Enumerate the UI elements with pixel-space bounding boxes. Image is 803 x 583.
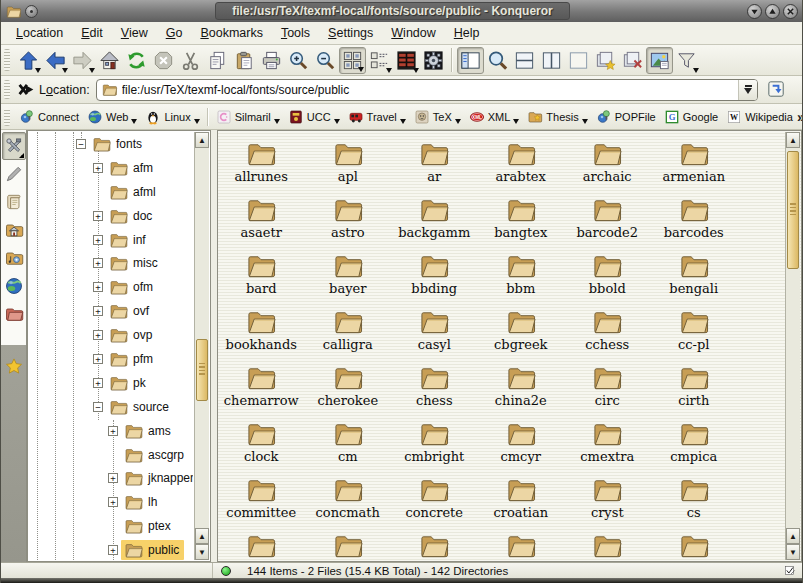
- pk[interactable]: pk: [29, 371, 193, 395]
- folder-item[interactable]: cirth: [651, 363, 738, 419]
- location-input[interactable]: [118, 83, 738, 97]
- up-button[interactable]: [15, 47, 42, 74]
- preview-button[interactable]: [646, 47, 673, 74]
- clear-location-button[interactable]: [15, 79, 37, 101]
- scroll-up-button[interactable]: ▲: [786, 528, 800, 544]
- folder-item[interactable]: cchess: [564, 307, 651, 363]
- tree-expander[interactable]: [108, 521, 118, 531]
- folder-item[interactable]: bangtex: [478, 195, 565, 251]
- public[interactable]: public: [29, 538, 193, 560]
- tree-expander[interactable]: [76, 139, 86, 149]
- folder-item[interactable]: ar: [391, 139, 478, 195]
- pfm[interactable]: pfm: [29, 347, 193, 371]
- tree-expander[interactable]: [93, 306, 103, 316]
- location-combobox[interactable]: [96, 79, 758, 101]
- folder-item[interactable]: [564, 531, 651, 561]
- sidebar-services-tab[interactable]: [2, 244, 26, 272]
- main-scrollbar[interactable]: ▲ ▲ ▼: [785, 132, 800, 560]
- web[interactable]: Web: [83, 107, 141, 127]
- ovp[interactable]: ovp: [29, 323, 193, 347]
- tree-expander[interactable]: [93, 378, 103, 388]
- find-button[interactable]: [484, 47, 511, 74]
- google[interactable]: Google: [660, 107, 722, 127]
- ascgrp[interactable]: ascgrp: [29, 443, 193, 467]
- sidebar-history-tab[interactable]: [2, 188, 26, 216]
- folder-item[interactable]: [391, 531, 478, 561]
- toolbar-handle[interactable]: [4, 49, 10, 71]
- scroll-up-button[interactable]: ▲: [786, 132, 800, 148]
- go-button[interactable]: [764, 78, 788, 102]
- folder-item[interactable]: cmextra: [564, 419, 651, 475]
- folder-item[interactable]: [305, 531, 392, 561]
- folder-item[interactable]: bayer: [305, 251, 392, 307]
- folder-item[interactable]: cherokee: [305, 363, 392, 419]
- folder-item[interactable]: bbding: [391, 251, 478, 307]
- sidebar-root-tab[interactable]: [2, 300, 26, 328]
- tree-scrollbar[interactable]: ▲ ▲ ▼: [194, 132, 209, 560]
- folder-item[interactable]: armenian: [651, 139, 738, 195]
- connect[interactable]: Connect: [15, 107, 83, 127]
- tex[interactable]: TeX: [410, 107, 465, 127]
- maximize-button[interactable]: [765, 4, 780, 19]
- tree-expander[interactable]: [93, 187, 103, 197]
- misc[interactable]: misc: [29, 251, 193, 275]
- folder-item[interactable]: cm: [305, 419, 392, 475]
- folder-item[interactable]: cc-pl: [651, 307, 738, 363]
- folder-item[interactable]: barcodes: [651, 195, 738, 251]
- folder-item[interactable]: [478, 531, 565, 561]
- window[interactable]: Window: [382, 23, 444, 43]
- folder-item[interactable]: calligra: [305, 307, 392, 363]
- travel[interactable]: Travel: [344, 107, 410, 127]
- sidebar-star-tab[interactable]: [2, 352, 26, 380]
- home-button[interactable]: [96, 47, 123, 74]
- folder-item[interactable]: chemarrow: [218, 363, 305, 419]
- toolbar-handle[interactable]: [4, 80, 10, 99]
- folder-item[interactable]: cmbright: [391, 419, 478, 475]
- icon-view-button[interactable]: [339, 47, 366, 74]
- fonts[interactable]: fonts: [29, 132, 193, 156]
- edit[interactable]: Edit: [72, 23, 112, 43]
- folder-item[interactable]: chess: [391, 363, 478, 419]
- folder-item[interactable]: cryst: [564, 475, 651, 531]
- tree-expander[interactable]: [93, 354, 103, 364]
- zoom-in-button[interactable]: [285, 47, 312, 74]
- folder-item[interactable]: circ: [564, 363, 651, 419]
- folder-item[interactable]: astro: [305, 195, 392, 251]
- folder-item[interactable]: clock: [218, 419, 305, 475]
- source[interactable]: source: [29, 395, 193, 419]
- toolbar-handle[interactable]: [4, 108, 10, 126]
- scrollbar-thumb[interactable]: [196, 339, 208, 401]
- afm[interactable]: afm: [29, 156, 193, 180]
- folder-item[interactable]: arabtex: [478, 139, 565, 195]
- folder-item[interactable]: croatian: [478, 475, 565, 531]
- tree-expander[interactable]: [108, 426, 118, 436]
- sidebar-config-tab[interactable]: [2, 132, 26, 160]
- html-view-button[interactable]: [393, 47, 420, 74]
- wikipedia[interactable]: Wikipedia: [722, 107, 797, 127]
- popfile[interactable]: POPFile: [592, 107, 660, 127]
- split-top-bottom-button[interactable]: [511, 47, 538, 74]
- sidebar-network-tab[interactable]: [2, 272, 26, 300]
- scroll-up-button[interactable]: ▲: [195, 132, 209, 148]
- help[interactable]: Help: [445, 23, 489, 43]
- afml[interactable]: afml: [29, 180, 193, 204]
- tree-expander[interactable]: [108, 473, 118, 483]
- view[interactable]: View: [112, 23, 157, 43]
- tree-expander[interactable]: [93, 235, 103, 245]
- folder-item[interactable]: cmpica: [651, 419, 738, 475]
- linux[interactable]: Linux: [141, 107, 203, 127]
- folder-item[interactable]: bbold: [564, 251, 651, 307]
- sidebar-home-tab[interactable]: [2, 216, 26, 244]
- folder-item[interactable]: china2e: [478, 363, 565, 419]
- folder-item[interactable]: bbm: [478, 251, 565, 307]
- folder-item[interactable]: casyl: [391, 307, 478, 363]
- inf[interactable]: inf: [29, 228, 193, 252]
- folder-item[interactable]: cmcyr: [478, 419, 565, 475]
- copy-button[interactable]: [204, 47, 231, 74]
- tools[interactable]: Tools: [272, 23, 319, 43]
- remove-view-button[interactable]: [565, 47, 592, 74]
- scroll-up-button[interactable]: ▲: [195, 528, 209, 544]
- ofm[interactable]: ofm: [29, 275, 193, 299]
- ovf[interactable]: ovf: [29, 299, 193, 323]
- folder-item[interactable]: concrete: [391, 475, 478, 531]
